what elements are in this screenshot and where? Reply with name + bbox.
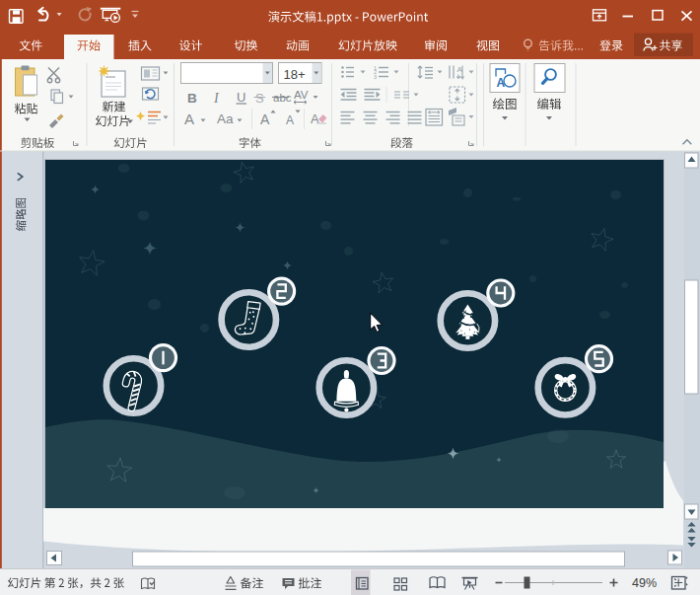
svg-text:3: 3 (374, 74, 377, 80)
svg-text:A: A (184, 111, 194, 127)
svg-text:U: U (237, 90, 245, 105)
svg-text:49%: 49% (632, 576, 657, 590)
svg-text:Aa: Aa (217, 112, 234, 126)
svg-text:A: A (286, 113, 294, 127)
svg-text:AV: AV (294, 89, 309, 101)
svg-text:A: A (311, 112, 319, 126)
svg-text:18+: 18+ (284, 67, 306, 82)
svg-text:A: A (260, 112, 270, 127)
svg-text:B: B (187, 91, 197, 106)
